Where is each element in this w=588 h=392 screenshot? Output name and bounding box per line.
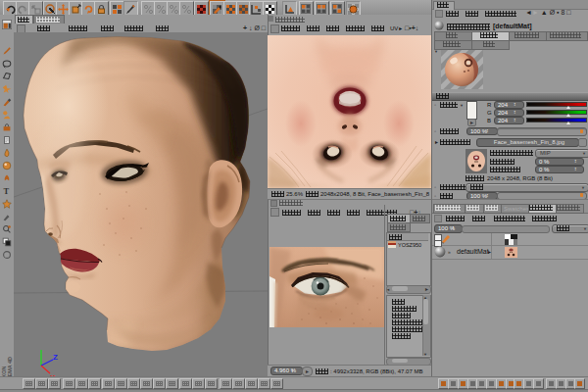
svg-text:Z: Z (53, 353, 58, 362)
svg-text:T: T (4, 186, 10, 196)
